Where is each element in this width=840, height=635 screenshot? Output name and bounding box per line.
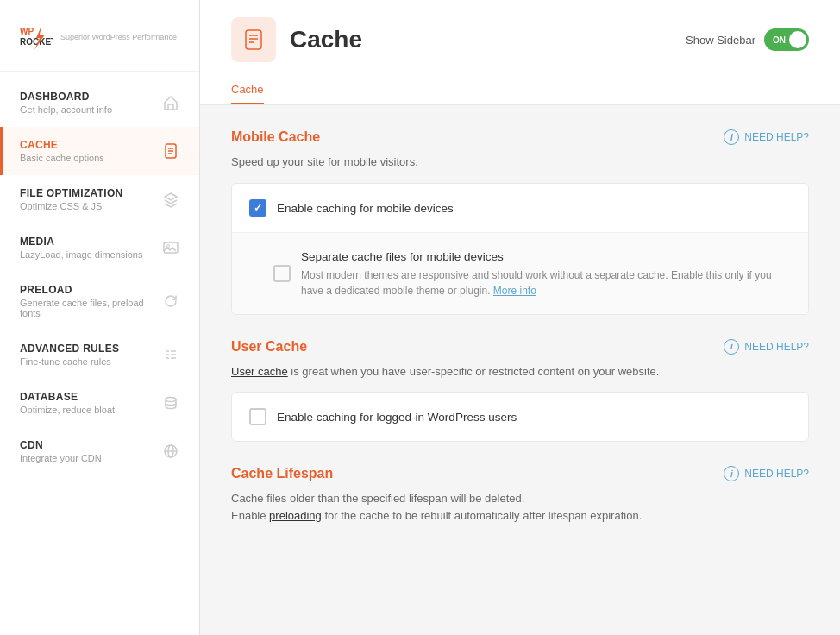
show-sidebar-group: Show Sidebar ON bbox=[686, 28, 809, 51]
sidebar-item-preload[interactable]: PRELOAD Generate cache files, preload fo… bbox=[0, 272, 199, 330]
user-cache-header: User Cache i NEED HELP? bbox=[231, 339, 809, 355]
logo-text: Superior WordPress Performance bbox=[60, 33, 177, 42]
user-cache-need-help[interactable]: i NEED HELP? bbox=[724, 339, 809, 355]
house-icon bbox=[160, 91, 182, 114]
sidebar-item-cache[interactable]: CACHE Basic cache options bbox=[0, 127, 199, 175]
toggle-on-label: ON bbox=[773, 35, 786, 45]
sidebar-logo: WP ROCKET Superior WordPress Performance bbox=[0, 0, 199, 72]
mobile-cache-header: Mobile Cache i NEED HELP? bbox=[231, 129, 809, 145]
show-sidebar-toggle[interactable]: ON bbox=[764, 28, 809, 51]
image-icon bbox=[160, 236, 182, 259]
user-cache-desc: User cache is great when you have user-s… bbox=[231, 363, 809, 380]
sidebar-item-dashboard[interactable]: DASHBOARD Get help, account info bbox=[0, 79, 199, 127]
separate-cache-mobile-label: Separate cache files for mobile devices bbox=[301, 250, 504, 263]
sidebar-item-cdn[interactable]: CDN Integrate your CDN bbox=[0, 427, 199, 475]
user-cache-link[interactable]: User cache bbox=[231, 365, 288, 378]
mobile-cache-need-help[interactable]: i NEED HELP? bbox=[724, 129, 809, 145]
globe-icon bbox=[160, 440, 182, 462]
cache-page-icon bbox=[231, 17, 276, 62]
sidebar-item-database[interactable]: DATABASE Optimize, reduce bloat bbox=[0, 379, 199, 427]
logo-tagline: Superior WordPress Performance bbox=[60, 34, 177, 42]
enable-mobile-cache-checkbox[interactable] bbox=[249, 199, 266, 217]
sidebar-item-media[interactable]: MEDIA LazyLoad, image dimensions bbox=[0, 223, 199, 272]
svg-text:WP: WP bbox=[20, 27, 34, 36]
mobile-cache-title: Mobile Cache bbox=[231, 129, 320, 145]
document-icon bbox=[160, 140, 182, 162]
content-area: Mobile Cache i NEED HELP? Speed up your … bbox=[200, 105, 840, 635]
svg-point-16 bbox=[166, 398, 176, 402]
logged-in-cache-checkbox[interactable] bbox=[249, 408, 266, 425]
main-content: Cache Show Sidebar ON Cache Mobile Cache… bbox=[200, 0, 840, 635]
sidebar: WP ROCKET Superior WordPress Performance… bbox=[0, 0, 200, 635]
cache-lifespan-desc: Cache files older than the specified lif… bbox=[231, 490, 809, 524]
user-cache-section: User Cache i NEED HELP? User cache is gr… bbox=[231, 339, 809, 443]
help-circle-icon-2: i bbox=[724, 339, 739, 355]
page-tab-bar: Cache bbox=[231, 76, 809, 104]
sidebar-nav: DASHBOARD Get help, account info CACHE B… bbox=[0, 72, 199, 635]
mobile-cache-desc: Speed up your site for mobile visitors. bbox=[231, 154, 809, 171]
show-sidebar-label: Show Sidebar bbox=[686, 34, 755, 47]
user-cache-card: Enable caching for logged-in WordPress u… bbox=[231, 392, 809, 442]
refresh-icon bbox=[160, 290, 182, 312]
option-enable-mobile-cache: Enable caching for mobile devices bbox=[232, 184, 808, 233]
database-icon bbox=[160, 392, 182, 414]
logged-in-cache-label: Enable caching for logged-in WordPress u… bbox=[277, 411, 517, 424]
wp-rocket-logo-icon: WP ROCKET bbox=[17, 19, 53, 55]
mobile-cache-card: Enable caching for mobile devices Separa… bbox=[231, 183, 809, 315]
option-separate-cache-mobile: Separate cache files for mobile devices … bbox=[232, 233, 808, 314]
separate-cache-mobile-checkbox[interactable] bbox=[273, 265, 291, 282]
separate-cache-mobile-sublabel: Most modern themes are responsive and sh… bbox=[301, 267, 791, 299]
cache-lifespan-section: Cache Lifespan i NEED HELP? Cache files … bbox=[231, 466, 809, 524]
page-title: Cache bbox=[290, 26, 362, 53]
preloading-link[interactable]: preloading bbox=[269, 509, 322, 522]
svg-rect-20 bbox=[246, 30, 261, 49]
enable-mobile-cache-label: Enable caching for mobile devices bbox=[277, 202, 454, 215]
page-header: Cache Show Sidebar ON Cache bbox=[200, 0, 840, 105]
cache-lifespan-need-help[interactable]: i NEED HELP? bbox=[724, 466, 809, 481]
sidebar-item-file-optimization[interactable]: FILE OPTIMIZATION Optimize CSS & JS bbox=[0, 175, 199, 223]
tab-cache[interactable]: Cache bbox=[231, 76, 264, 104]
sidebar-item-advanced-rules[interactable]: ADVANCED RULES Fine-tune cache rules bbox=[0, 330, 199, 379]
help-circle-icon-3: i bbox=[724, 466, 739, 481]
layers-icon bbox=[160, 188, 182, 211]
option-logged-in-cache: Enable caching for logged-in WordPress u… bbox=[232, 393, 808, 441]
page-title-group: Cache bbox=[231, 17, 362, 62]
mobile-cache-section: Mobile Cache i NEED HELP? Speed up your … bbox=[231, 129, 809, 315]
user-cache-title: User Cache bbox=[231, 339, 307, 355]
cache-lifespan-title: Cache Lifespan bbox=[231, 466, 333, 481]
toggle-knob bbox=[789, 31, 806, 48]
help-circle-icon: i bbox=[724, 129, 739, 145]
cache-lifespan-header: Cache Lifespan i NEED HELP? bbox=[231, 466, 809, 481]
more-info-link[interactable]: More info bbox=[493, 285, 536, 297]
list-icon bbox=[160, 343, 182, 366]
